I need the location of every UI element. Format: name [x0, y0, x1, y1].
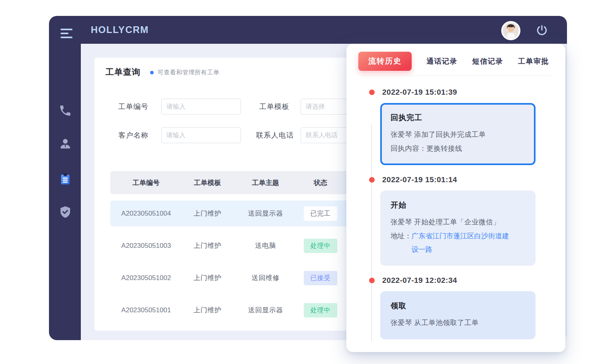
table-cell: A202305051004 [110, 210, 182, 218]
timeline-card-selected[interactable]: 回执完工张爱琴 添加了回执并完成工单回执内容：更换转接线 [380, 103, 536, 165]
timeline-card: 开始张爱琴 开始处理工单「企业微信」地址：广东省江门市蓬江区白沙街道建设一路 [380, 191, 536, 266]
timeline-card-text: 张爱琴 添加了回执并完成工单 [391, 128, 525, 142]
column-header: 工单主题 [233, 178, 298, 187]
timeline-timestamp: 2022-07-19 12:02:34 [382, 276, 457, 285]
status-badge: 已完工 [304, 206, 337, 221]
brand-logo: HOLLYCRM [91, 16, 149, 44]
tab-item[interactable]: 通话记录 [426, 56, 457, 66]
table-cell: A202305051001 [110, 306, 182, 314]
timeline-entry: 2022-07-19 15:01:14开始张爱琴 开始处理工单「企业微信」地址：… [346, 175, 565, 266]
sidebar-item-phone-icon[interactable] [59, 104, 72, 117]
filter-label: 联系人电话 [248, 130, 294, 140]
filter-label: 客户名称 [113, 130, 149, 140]
table-cell: 上门维护 [182, 273, 233, 282]
status-cell: 处理中 [298, 239, 343, 253]
sidebar-item-security-shield-icon[interactable] [59, 205, 72, 219]
sidebar-item-contacts-icon[interactable] [59, 137, 72, 151]
address-link[interactable]: 广东省江门市蓬江区白沙街道建设一路 [412, 229, 512, 256]
table-cell: 送回维修 [233, 273, 298, 282]
table-cell: A202305051002 [110, 274, 182, 282]
table-cell: 送回显示器 [233, 306, 298, 315]
table-header: 工单编号工单模板工单主题状态 [110, 171, 365, 194]
address-label: 地址： [391, 229, 412, 243]
user-avatar[interactable] [501, 21, 520, 40]
column-header: 工单模板 [182, 178, 233, 187]
address-row: 地址：广东省江门市蓬江区白沙街道建设一路 [391, 229, 525, 256]
work-order-detail-panel: 流转历史通话记录短信记录工单审批 2022-07-19 15:01:39回执完工… [346, 44, 565, 352]
table-row[interactable]: A202305051003上门维护送电脑处理中 [110, 233, 365, 259]
tab-circulation-history-active[interactable]: 流转历史 [358, 52, 412, 71]
sidebar-item-workorder-clipboard-icon[interactable] [59, 172, 72, 186]
circulation-history-timeline: 2022-07-19 15:01:39回执完工张爱琴 添加了回执并完成工单回执内… [346, 76, 565, 352]
status-badge: 处理中 [304, 303, 337, 317]
filter-label: 工单模板 [254, 102, 289, 111]
avatar-image [501, 21, 520, 40]
timeline-card: 领取张爱琴 从工单池领取了工单 [380, 291, 536, 339]
timeline-card-title: 开始 [391, 200, 525, 210]
timeline-dot-icon [369, 177, 375, 183]
timeline-dot-icon [369, 90, 375, 95]
timeline-timestamp: 2022-07-19 15:01:39 [382, 88, 457, 97]
menu-hamburger-icon[interactable] [61, 29, 73, 40]
filter-label: 工单编号 [113, 102, 149, 111]
timeline-card-text: 张爱琴 开始处理工单「企业微信」 [391, 215, 525, 229]
filter-field: 工单编号 [113, 99, 241, 115]
table-row[interactable]: A202305051004上门维护送回显示器已完工 [110, 200, 365, 226]
timeline-entry: 2022-07-19 12:02:34领取张爱琴 从工单池领取了工单 [346, 276, 565, 339]
column-header: 状态 [298, 178, 343, 187]
filter-field: 客户名称 [113, 127, 241, 143]
subtitle-dot-icon [150, 71, 154, 74]
table-cell: 送回显示器 [233, 209, 298, 218]
tab-item[interactable]: 工单审批 [518, 56, 549, 66]
status-badge: 已接受 [304, 271, 337, 285]
power-logout-icon[interactable] [536, 24, 548, 37]
tab-item[interactable]: 短信记录 [472, 56, 503, 66]
table-cell: 上门维护 [182, 306, 233, 315]
order-id-input[interactable] [161, 99, 241, 115]
page-subtitle: 可查看和管理所有工单 [158, 69, 219, 76]
timeline-entry: 2022-07-19 15:01:39回执完工张爱琴 添加了回执并完成工单回执内… [346, 88, 565, 165]
timeline-card-title: 回执完工 [391, 113, 525, 123]
table-row[interactable]: A202305051001上门维护送回显示器处理中 [110, 297, 365, 323]
status-badge: 处理中 [304, 239, 337, 253]
table-cell: 上门维护 [182, 241, 233, 250]
timeline-card-text: 回执内容：更换转接线 [391, 142, 525, 156]
page-title: 工单查询 [106, 66, 141, 78]
status-cell: 已接受 [298, 271, 343, 285]
timeline-timestamp: 2022-07-19 15:01:14 [382, 175, 457, 184]
column-header: 工单编号 [110, 178, 182, 187]
status-cell: 已完工 [298, 206, 343, 221]
work-order-table: 工单编号工单模板工单主题状态 A202305051004上门维护送回显示器已完工… [110, 171, 365, 323]
timeline-dot-icon [369, 278, 375, 283]
timeline-card-title: 领取 [391, 301, 525, 311]
table-cell: A202305051003 [110, 242, 182, 250]
table-row[interactable]: A202305051002上门维护送回维修已接受 [110, 265, 365, 291]
timeline-card-text: 张爱琴 从工单池领取了工单 [391, 316, 525, 330]
table-cell: 上门维护 [182, 209, 233, 218]
table-cell: 送电脑 [233, 241, 298, 250]
customer-name-input[interactable] [161, 127, 241, 143]
status-cell: 处理中 [298, 303, 343, 317]
